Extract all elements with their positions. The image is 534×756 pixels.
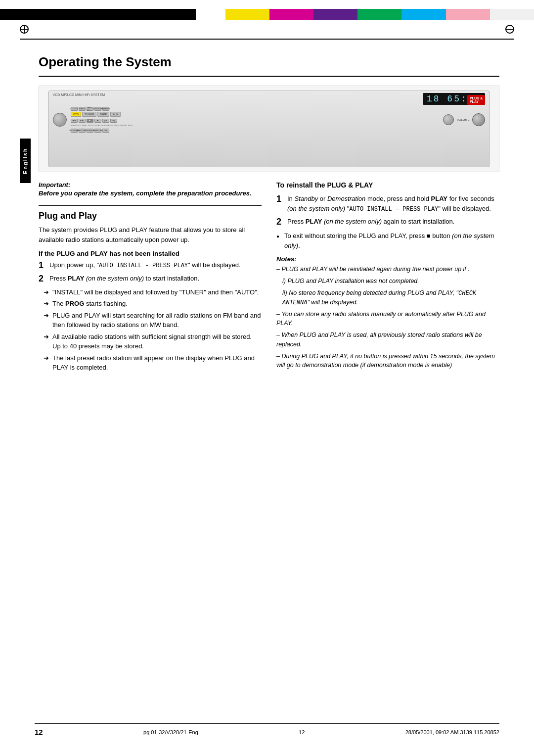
not-installed-steps: 1 Upon power up, "AUTO INSTALL - PRESS P… [39,260,262,284]
reg-mark-right [505,25,514,34]
notes-text: – PLUG and PLAY will be reinitiated agai… [276,265,499,370]
btn-record: RECORD [79,129,86,133]
step-item-1: 1 Upon power up, "AUTO INSTALL - PRESS P… [39,260,262,271]
arrow-sym-3: ➜ [44,311,50,330]
footer: 12 pg 01-32/V320/21-Eng 12 28/05/2001, 0… [35,723,499,736]
note-4-text: During PLUG and PLAY, if no button is pr… [276,353,495,369]
arrow-sym-1: ➜ [44,287,50,297]
note-2: – You can store any radio stations manua… [276,310,499,329]
note-1: – PLUG and PLAY will be reinitiated agai… [276,265,499,274]
device-image: VCD MP3-CD MINI HiFi SYSTEM 18 65:29 PLU… [39,86,499,172]
reinstall-heading: To reinstall the PLUG & PLAY [276,181,499,189]
if-not-installed-heading: If the PLUG and PLAY has not been instal… [39,250,262,257]
btn-rewind: ◄◄ [71,119,78,123]
device-knob-right [443,114,454,125]
note-1b: ii) No stereo frequency being detected d… [282,288,499,307]
reinstall-step-content-1: In Standby or Demostration mode, press a… [287,194,499,214]
btn-replay: A.REPLAY [94,129,101,133]
device-brand-label: VCD MP3-CD MINI HiFi SYSTEM [53,93,105,96]
plug-play-button-device: PLUG &PLAY [467,95,485,105]
note-4: – During PLUG and PLAY, if no button is … [276,352,499,371]
sel-aux: AUX [110,112,121,117]
device-knob-volume [472,113,485,126]
arrow-item-3: ➜ PLUG and PLAY will start searching for… [44,311,262,330]
check-antenna: CHECK ANTENNA [282,290,476,306]
btn-karaoke: KARAOKE [102,107,109,111]
btn-cdr: CDR/VIDEO [94,107,101,111]
note-1-text: PLUG and PLAY will be reinitiated again … [281,266,469,273]
device-diagram: VCD MP3-CD MINI HiFi SYSTEM 18 65:29 PLU… [48,91,490,168]
reinstall-step-num-2: 2 [276,217,284,228]
title-underline [39,76,499,77]
sel-tuner: TUNER [82,112,96,117]
footer-spacing [0,375,534,399]
btn-prev: |◄ [102,119,109,123]
system-only-2: (on the system only) [287,205,345,212]
sel-vcd: VCD [71,112,82,117]
reinstall-step-num-1: 1 [276,194,284,214]
prog-label: PROG [65,300,84,307]
note-2-text: You can store any radio stations manuall… [276,311,486,327]
arrow-text-4: All available radio stations with suffic… [52,332,262,351]
sel-tape: TAPE [97,112,109,117]
notes-heading: Notes: [276,255,499,263]
arrow-item-4: ➜ All available radio stations with suff… [44,332,262,351]
system-only-3: (on the system only) [324,218,382,225]
right-column: To reinstall the PLUG & PLAY 1 In Standb… [276,181,499,375]
label-volume: VOLUME [457,118,469,121]
important-text: Before you operate the system, complete … [39,189,262,198]
step-item-2: 2 Press PLAY (on the system only) to sta… [39,274,262,284]
btn-band: BAND [79,107,86,111]
display-text-1: AUTO INSTALL - PRESS PLAY [99,262,188,269]
reg-mark-left [20,25,29,34]
sidebar-english-tab: English [20,139,31,183]
arrow-text-1: "INSTALL" will be displayed and followed… [52,287,259,297]
arrow-sym-2: ➜ [44,299,50,309]
play-label-2: PLAY [431,195,447,202]
play-label-3: PLAY [306,218,322,225]
footer-date: 28/05/2001, 09:02 AM 3139 115 20852 [405,729,499,735]
btn-program: PROGRAM [71,129,78,133]
important-label: Important: [39,181,262,189]
standby-label: Standby [294,195,318,202]
note-1a: i) PLUG and PLAY installation was not co… [282,277,499,286]
btn-play: ► [87,119,93,123]
exit-text: To exit without storing the PLUG and PLA… [284,231,499,250]
btn-dubing: DUBING [87,129,93,133]
btn-ff: ►► [79,119,86,123]
two-column-layout: Important: Before you operate the system… [39,181,499,375]
main-content: Operating the System VCD MP3-CD MINI HiF… [39,40,499,375]
arrow-item-2: ➜ The PROG starts flashing. [44,299,262,309]
page-title: Operating the System [39,45,499,70]
note-3: – When PLUG and PLAY is used, all previo… [276,331,499,349]
footer-catalog: 3139 115 20852 [460,729,499,735]
section-divider [39,205,262,206]
play-label-1: PLAY [68,275,84,282]
btn-cd: CD1·2·3 [71,107,78,111]
btn-stop: ■ [94,119,101,123]
footer-page-center: 12 [299,729,305,735]
arrow-item-5: ➜ The last preset radio station will app… [44,353,262,373]
important-block: Important: Before you operate the system… [39,181,262,198]
arrow-text-5: The last preset radio station will appea… [52,353,262,373]
registration-marks [0,20,534,39]
note-1a-text: i) PLUG and PLAY installation was not co… [282,278,419,284]
reinstall-step-content-2: Press PLAY (on the system only) again to… [287,217,499,228]
arrow-sym-5: ➜ [44,353,50,373]
arrow-text-3: PLUG and PLAY will start searching for a… [52,311,262,330]
arrow-item-1: ➜ "INSTALL" will be displayed and follow… [44,287,262,297]
exit-bullet: ● To exit without storing the PLUG and P… [276,231,499,250]
step-content-2: Press PLAY (on the system only) to start… [49,274,262,284]
page-number: 12 [35,728,43,736]
step-content-1: Upon power up, "AUTO INSTALL - PRESS PLA… [49,260,262,271]
color-bar [0,9,534,20]
note-1b-text: ii) No stereo frequency being detected d… [282,289,476,306]
demo-label: Demostration [327,195,365,202]
reinstall-steps: 1 In Standby or Demostration mode, press… [276,194,499,227]
stop-symbol: ■ [427,232,431,239]
label-stop-clear: STOP·CLEAR PLAY·PAUSE PREV PRESET NEXT [88,124,134,127]
footer-filename: pg 01-32/V320/21-Eng [143,729,198,735]
arrow-sym-4: ➜ [44,332,50,351]
plug-and-play-intro: The system provides PLUG and PLAY featur… [39,225,262,245]
step-num-1: 1 [39,260,46,271]
